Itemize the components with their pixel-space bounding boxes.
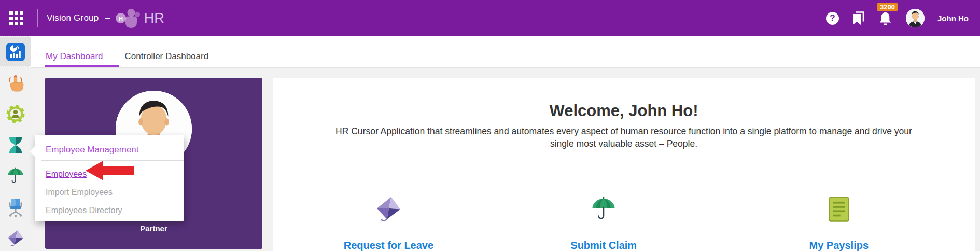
office-chair-icon <box>7 198 24 217</box>
action-submit-claim[interactable]: Submit Claim <box>505 175 703 251</box>
bookmarks-icon[interactable] <box>852 11 865 25</box>
flyout-title: Employee Management <box>46 145 184 155</box>
tab-my-dashboard[interactable]: My Dashboard <box>46 51 119 67</box>
tab-controller-dashboard[interactable]: Controller Dashboard <box>125 51 225 67</box>
app-launcher-waffle-icon[interactable] <box>9 11 23 25</box>
app-window: Vision Group – H HR ? <box>0 0 980 251</box>
umbrella-icon <box>589 196 619 224</box>
notification-count-badge: 3200 <box>877 3 898 11</box>
sidebar-item-time[interactable] <box>0 130 31 161</box>
user-avatar-photo <box>906 9 925 27</box>
action-label-request-for-leave[interactable]: Request for Leave <box>344 240 433 251</box>
kite-icon <box>373 196 403 224</box>
flyout-item-employees-directory[interactable]: Employees Directory <box>46 206 184 215</box>
icon-sidebar <box>0 36 31 251</box>
sidebar-item-dashboard[interactable] <box>0 36 31 67</box>
sidebar-item-administration[interactable] <box>0 99 31 130</box>
action-my-payslips[interactable]: My Payslips <box>703 175 975 251</box>
hr-app-logo[interactable]: H HR <box>114 8 164 29</box>
action-label-submit-claim[interactable]: Submit Claim <box>570 240 637 251</box>
help-glyph: ? <box>830 13 835 23</box>
hourglass-icon <box>7 136 24 155</box>
welcome-heading: Welcome, John Ho! <box>273 102 975 120</box>
action-label-my-payslips[interactable]: My Payslips <box>809 240 869 251</box>
gear-person-icon <box>6 104 25 124</box>
teams-people-icon: H <box>114 8 141 29</box>
topbar-divider <box>37 9 38 27</box>
sidebar-item-leave-request[interactable] <box>0 223 31 251</box>
flyout-item-import-employees[interactable]: Import Employees <box>46 188 184 197</box>
top-navigation-bar: Vision Group – H HR ? <box>0 0 980 36</box>
notifications-bell[interactable]: 3200 <box>878 11 893 29</box>
sidebar-item-benefits[interactable] <box>0 192 31 223</box>
quick-actions-row: Request for Leave Submit Claim <box>273 175 975 251</box>
organization-name[interactable]: Vision Group <box>47 13 99 23</box>
help-icon[interactable]: ? <box>826 12 839 25</box>
kite-icon <box>6 229 25 248</box>
topbar-left: Vision Group – H HR <box>9 8 164 29</box>
hr-badge-letter: H <box>119 16 123 22</box>
red-annotation-arrow-icon <box>85 160 135 182</box>
umbrella-icon <box>6 166 25 186</box>
dashboard-icon <box>6 43 25 61</box>
action-request-for-leave[interactable]: Request for Leave <box>273 175 505 251</box>
user-name[interactable]: John Ho <box>937 14 969 23</box>
user-avatar[interactable] <box>906 9 925 27</box>
topbar-separator: – <box>105 13 109 23</box>
topbar-right: ? 3200 <box>826 7 969 29</box>
bell-icon <box>878 11 893 27</box>
sidebar-item-leave[interactable] <box>0 161 31 192</box>
welcome-description: HR Cursor Application that streamlines a… <box>323 126 925 150</box>
profile-role-label: Partner <box>45 224 262 233</box>
employee-management-flyout: Employee Management Employees Import Emp… <box>35 135 184 221</box>
sidebar-item-self-service[interactable] <box>0 67 31 99</box>
welcome-card: Welcome, John Ho! HR Cursor Application … <box>273 78 975 251</box>
payslip-icon <box>825 196 853 224</box>
flyout-callout-pointer <box>30 146 35 157</box>
dashboard-tabbar: My Dashboard Controller Dashboard <box>31 36 980 68</box>
app-name: HR <box>144 10 164 26</box>
tap-hand-icon <box>7 74 24 92</box>
